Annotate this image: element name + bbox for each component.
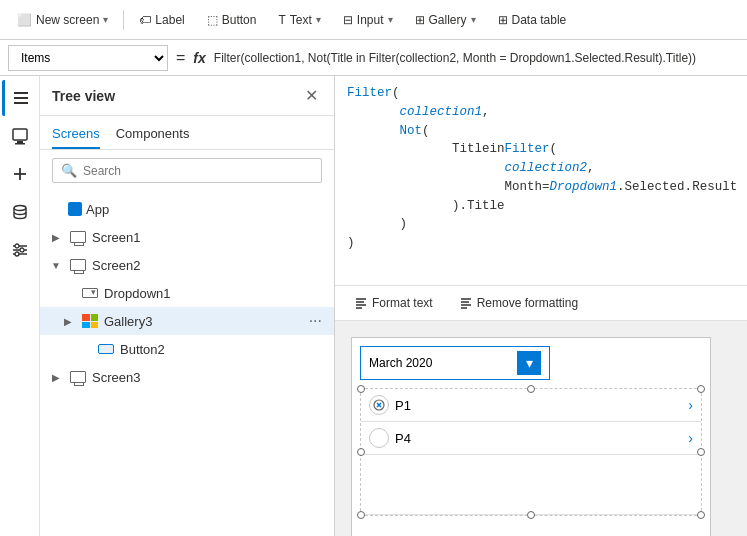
sidebar-icons [0,76,40,536]
gallery-arrow: ▾ [471,14,476,25]
tree-item-app[interactable]: App [40,195,334,223]
code-line-2: collection1, [347,103,735,122]
code-line-6: Month = Dropdown1.Selected.Result [347,178,735,197]
format-text-icon [354,296,368,310]
handle-top-right[interactable] [697,385,705,393]
data-table-button[interactable]: ⊞ Data table [489,8,576,32]
search-icon: 🔍 [61,163,77,178]
gallery-label: Gallery [429,13,467,27]
tree-panel: Tree view ✕ Screens Components 🔍 App ▶ [40,76,335,536]
canvas-dropdown-arrow: ▾ [517,351,541,375]
tree-item-screen1[interactable]: ▶ Screen1 [40,223,334,251]
sidebar-data-icon[interactable] [2,194,38,230]
gallery-button[interactable]: ⊞ Gallery ▾ [406,8,485,32]
app-label: App [86,202,326,217]
svg-rect-1 [14,97,28,99]
svg-point-14 [15,252,19,256]
new-screen-button[interactable]: ⬜ New screen ▾ [8,8,117,32]
input-icon: ⊟ [343,13,353,27]
formula-select[interactable]: Items [8,45,168,71]
code-line-5: collection2, [347,159,735,178]
screen1-label: Screen1 [92,230,326,245]
list-row-2[interactable]: P4 › [361,422,701,455]
gallery3-expander[interactable]: ▶ [60,313,76,329]
code-line-8: ) [347,215,735,234]
tree-item-gallery3[interactable]: ▶ Gallery3 ··· [40,307,334,335]
screen3-expander[interactable]: ▶ [48,369,64,385]
tree-tabs: Screens Components [40,116,334,150]
tab-screens[interactable]: Screens [52,120,100,149]
screen2-label: Screen2 [92,258,326,273]
new-screen-arrow: ▾ [103,14,108,25]
gallery3-more-button[interactable]: ··· [305,312,326,330]
label-label: Label [155,13,184,27]
screen3-icon [68,367,88,387]
row2-text: P4 [395,431,682,446]
format-text-button[interactable]: Format text [343,290,444,316]
editor-area: Filter( collection1, Not( Title in Filte… [335,76,747,536]
tree-item-button2[interactable]: Button2 [40,335,334,363]
sidebar-tree-icon[interactable] [2,80,38,116]
input-button[interactable]: ⊟ Input ▾ [334,8,402,32]
svg-point-13 [20,248,24,252]
data-table-label: Data table [512,13,567,27]
svg-rect-3 [13,129,27,140]
handle-bottom-left[interactable] [357,511,365,519]
input-label: Input [357,13,384,27]
svg-rect-2 [14,102,28,104]
gallery3-icon [80,311,100,331]
gallery-selection: P1 › P4 › [360,388,702,516]
list-row-1[interactable]: P1 › [361,389,701,422]
tree-item-dropdown1[interactable]: Dropdown1 [40,279,334,307]
label-button[interactable]: 🏷 Label [130,8,193,32]
app-expander [48,201,64,217]
screen2-expander[interactable]: ▼ [48,257,64,273]
handle-bottom-right[interactable] [697,511,705,519]
button-button[interactable]: ⬚ Button [198,8,266,32]
text-arrow: ▾ [316,14,321,25]
dropdown1-icon [80,283,100,303]
tree-close-button[interactable]: ✕ [301,84,322,107]
screen2-icon [68,255,88,275]
dropdown1-label: Dropdown1 [104,286,326,301]
tree-item-screen3[interactable]: ▶ Screen3 [40,363,334,391]
tree-item-screen2[interactable]: ▼ Screen2 [40,251,334,279]
code-editor[interactable]: Filter( collection1, Not( Title in Filte… [335,76,747,286]
search-input[interactable] [83,164,313,178]
handle-mid-right[interactable] [697,448,705,456]
handle-mid-left[interactable] [357,448,365,456]
tree-body: App ▶ Screen1 ▼ Screen2 [40,191,334,536]
button-icon: ⬚ [207,13,218,27]
screen3-label: Screen3 [92,370,326,385]
handle-top-left[interactable] [357,385,365,393]
svg-point-8 [14,206,26,211]
text-button[interactable]: T Text ▾ [269,8,329,32]
remove-formatting-icon [459,296,473,310]
screen1-expander[interactable]: ▶ [48,229,64,245]
svg-rect-0 [14,92,28,94]
sidebar-add-icon[interactable] [2,156,38,192]
list-empty-row [361,455,701,515]
main-toolbar: ⬜ New screen ▾ 🏷 Label ⬚ Button T Text ▾… [0,0,747,40]
formula-fx-icon: fx [193,50,205,66]
button-label: Button [222,13,257,27]
tab-components[interactable]: Components [116,120,190,149]
sidebar-settings-icon[interactable] [2,232,38,268]
svg-rect-4 [17,141,23,143]
handle-bottom-center[interactable] [527,511,535,519]
button2-expander [76,341,92,357]
code-line-9: ) [347,234,735,253]
label-icon: 🏷 [139,13,151,27]
canvas-dropdown[interactable]: March 2020 ▾ [360,346,550,380]
code-line-3: Not( [347,122,735,141]
text-icon: T [278,13,285,27]
remove-formatting-button[interactable]: Remove formatting [448,290,589,316]
main-area: Tree view ✕ Screens Components 🔍 App ▶ [0,76,747,536]
canvas-dropdown-text: March 2020 [369,356,517,370]
handle-top-center[interactable] [527,385,535,393]
sidebar-screens-icon[interactable] [2,118,38,154]
canvas-content: March 2020 ▾ [351,337,711,536]
row1-text: P1 [395,398,682,413]
tree-search-box[interactable]: 🔍 [52,158,322,183]
formula-input[interactable] [214,51,739,65]
